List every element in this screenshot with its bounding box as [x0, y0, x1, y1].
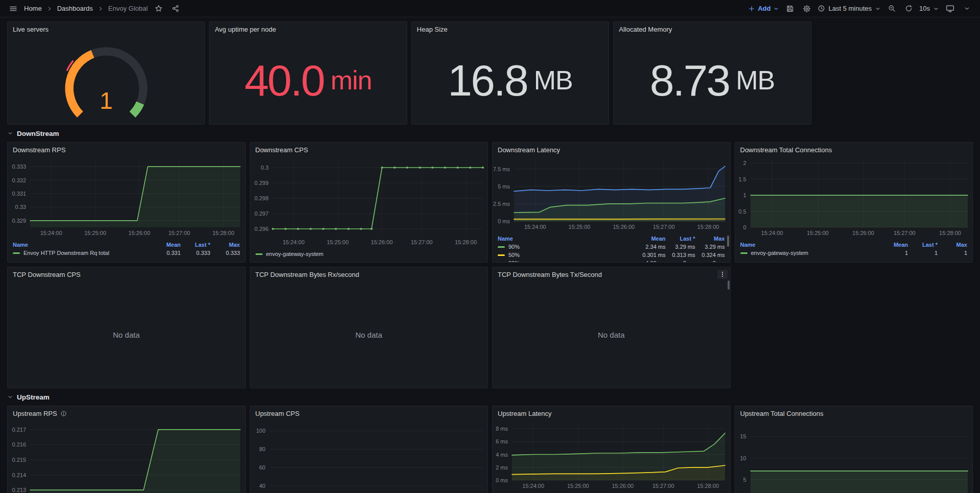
- y-axis-label: 0.33: [8, 204, 26, 210]
- series-swatch: [13, 252, 20, 254]
- chevron-right-icon: [98, 6, 104, 12]
- legend-header-row: NameMeanLast *Max: [13, 241, 240, 249]
- chart-canvas: [735, 157, 973, 240]
- panel-downstream-rps: Downstream RPS 0.3330.3320.3310.330.3291…: [7, 142, 246, 263]
- panel-title: Downstream Latency: [498, 146, 560, 154]
- time-range-picker[interactable]: Last 5 minutes: [818, 5, 881, 12]
- share-dashboard-button[interactable]: [169, 3, 181, 15]
- zoom-out-time-button[interactable]: [885, 3, 898, 15]
- x-axis-label: 15:28:00: [697, 224, 719, 230]
- x-axis-label: 15:27:00: [653, 224, 675, 230]
- breadcrumb-home[interactable]: Home: [24, 5, 42, 12]
- panel-avg-uptime: Avg uptime per node 40.0 min: [209, 21, 407, 125]
- panel-header[interactable]: Live servers: [8, 22, 204, 36]
- panel-header[interactable]: Downstream Latency: [493, 143, 730, 157]
- x-axis-label: 15:24:00: [761, 230, 783, 236]
- panel-header[interactable]: Upstream Total Connections: [735, 406, 973, 420]
- x-axis-label: 15:24:00: [522, 483, 544, 489]
- panel-header[interactable]: Downstream RPS: [8, 143, 245, 157]
- series-name: envoy-gateway-system: [266, 251, 324, 257]
- x-axis-label: 15:25:00: [84, 230, 106, 236]
- legend-row[interactable]: envoy-gateway-system111: [740, 249, 968, 257]
- panel-title: Downstream CPS: [255, 146, 308, 154]
- legend-row[interactable]: 90%2.34 ms3.29 ms3.29 ms: [498, 243, 725, 251]
- legend-row[interactable]: envoy-gateway-system: [255, 250, 483, 258]
- chevron-down-icon: [773, 6, 779, 12]
- y-axis-label: 4 ms: [493, 452, 508, 458]
- panel-title: Upstream Total Connections: [740, 410, 824, 417]
- panel-header[interactable]: Downstream CPS: [250, 143, 488, 157]
- panel-downstream-total-connections: Downstream Total Connections 21.510.5015…: [735, 142, 973, 263]
- y-axis-label: 1.5: [735, 176, 746, 182]
- panel-title: Upstream Latency: [498, 410, 552, 417]
- panel-scrollbar[interactable]: [728, 280, 730, 290]
- downstream-cps-legend: envoy-gateway-system: [250, 249, 488, 262]
- monitor-icon: [946, 4, 954, 13]
- stats-row: Live servers 1 Avg uptime per node: [7, 21, 973, 125]
- downstream-rps-chart[interactable]: 0.3330.3320.3310.330.32915:24:0015:25:00…: [8, 157, 245, 240]
- upstream-rps-chart[interactable]: 0.2170.2160.2150.2140.213: [8, 420, 245, 493]
- refresh-interval-picker[interactable]: 10s: [919, 5, 939, 12]
- y-axis-label: 0.299: [250, 180, 269, 186]
- panel-body: No data: [250, 281, 488, 388]
- panel-upstream-rps: Upstream RPS 0.2170.2160.2150.2140.213: [7, 406, 246, 493]
- menu-toggle-button[interactable]: [7, 3, 19, 15]
- panel-title: TCP Downstream CPS: [13, 271, 81, 278]
- panel-header[interactable]: Avg uptime per node: [209, 22, 406, 36]
- save-icon: [786, 5, 794, 13]
- panel-title: Avg uptime per node: [215, 26, 276, 33]
- legend-row[interactable]: 50%0.301 ms0.313 ms0.324 ms: [498, 251, 725, 259]
- refresh-dashboard-button[interactable]: [902, 3, 915, 15]
- x-axis-label: 15:25:00: [567, 483, 589, 489]
- panel-title: Downstream RPS: [13, 146, 65, 154]
- panel-header[interactable]: TCP Downstream CPS: [8, 267, 245, 281]
- panel-header[interactable]: TCP Downstream Bytes Rx/second: [250, 267, 488, 281]
- upstream-latency-chart[interactable]: 8 ms6 ms4 ms2 ms0 ms15:24:0015:25:0015:2…: [493, 420, 730, 492]
- series-name: Envoy HTTP Downstream Rq total: [24, 250, 109, 256]
- downstream-cps-chart[interactable]: 0.30.2990.2980.2970.29615:24:0015:25:001…: [250, 157, 488, 249]
- dashboard-settings-button[interactable]: [801, 3, 813, 15]
- collapse-toolbar-button[interactable]: [961, 3, 973, 15]
- legend-scrollbar[interactable]: [727, 236, 729, 247]
- panel-header[interactable]: Upstream RPS: [8, 406, 245, 420]
- breadcrumb-dashboards[interactable]: Dashboards: [57, 5, 93, 12]
- save-dashboard-button[interactable]: [784, 3, 796, 15]
- kiosk-mode-button[interactable]: [944, 3, 956, 15]
- downstream-rps-legend: NameMeanLast *MaxEnvoy HTTP Downstream R…: [8, 240, 245, 262]
- star-dashboard-button[interactable]: [152, 3, 165, 15]
- no-data-label: No data: [598, 331, 625, 339]
- legend-row[interactable]: Envoy HTTP Downstream Rq total0.3310.333…: [13, 249, 240, 257]
- x-axis-label: 15:28:00: [939, 230, 961, 236]
- y-axis-label: 2: [735, 160, 746, 166]
- stat-unit: MB: [736, 67, 775, 93]
- y-axis-label: 0.213: [8, 487, 26, 493]
- x-axis-label: 15:27:00: [894, 230, 916, 236]
- y-axis-label: 0.217: [8, 427, 26, 433]
- info-icon[interactable]: [60, 410, 67, 417]
- panel-live-servers: Live servers 1: [7, 21, 205, 125]
- panel-header[interactable]: Downstream Total Connections: [735, 143, 973, 157]
- panel-header[interactable]: Upstream CPS: [250, 406, 488, 420]
- panel-tcp-downstream-bytes-tx: TCP Downstream Bytes Tx/Second No data: [492, 267, 731, 388]
- panel-header[interactable]: Upstream Latency: [493, 406, 730, 420]
- upstream-cps-chart[interactable]: 100806040: [250, 420, 488, 493]
- x-axis-label: 15:27:00: [168, 230, 190, 236]
- panel-menu-button[interactable]: [717, 270, 728, 279]
- y-axis-label: 1: [735, 192, 746, 198]
- downstream-latency-chart[interactable]: 7.5 ms5 ms2.5 ms0 ms15:24:0015:25:0015:2…: [493, 157, 730, 233]
- panel-body: No data: [493, 281, 730, 388]
- panel-header[interactable]: Heap Size: [412, 22, 609, 36]
- no-data-label: No data: [113, 331, 140, 339]
- panel-header[interactable]: TCP Downstream Bytes Tx/Second: [493, 267, 730, 281]
- upstream-total-connections-chart[interactable]: 15105: [735, 420, 973, 493]
- add-panel-button[interactable]: Add: [748, 5, 779, 12]
- section-upstream[interactable]: UpStream: [7, 390, 973, 404]
- panel-title: Live servers: [13, 26, 49, 33]
- panel-header[interactable]: Allocated Memory: [614, 22, 810, 36]
- section-downstream[interactable]: DownStream: [7, 127, 973, 140]
- legend-header-row: NameMeanLast *Max: [740, 241, 968, 249]
- legend-row[interactable]: 99%4.89 ms8 ms8 ms: [498, 259, 725, 262]
- breadcrumb-current-dashboard: Envoy Global: [108, 5, 148, 12]
- downstream-total-connections-chart[interactable]: 21.510.5015:24:0015:25:0015:26:0015:27:0…: [735, 157, 973, 240]
- chevron-down-icon: [933, 6, 939, 12]
